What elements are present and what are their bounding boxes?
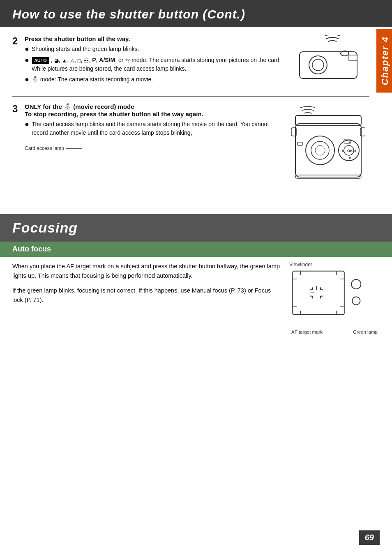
card-access-label: Card access lamp xyxy=(25,145,64,151)
chapter-label: Chapter 4 xyxy=(380,36,390,85)
svg-point-2 xyxy=(312,59,324,71)
step2-bullet2: ● AUTO , ◕, ▲, △, □, ☷, P, A/S/M, or ⁇ m… xyxy=(25,56,283,73)
svg-rect-22 xyxy=(293,271,344,315)
auto-focus-text: When you place the AF target mark on a s… xyxy=(12,262,289,305)
label-pointer-line xyxy=(66,148,82,149)
svg-rect-4 xyxy=(349,55,357,61)
step2-step3-divider xyxy=(12,96,369,97)
svg-rect-19 xyxy=(297,142,302,145)
step2-camera-svg xyxy=(291,35,365,85)
auto-focus-para1: When you place the AF target mark on a s… xyxy=(12,262,281,281)
svg-point-7 xyxy=(306,136,334,165)
svg-point-42 xyxy=(352,297,360,305)
step3-content: ONLY for the ⛄ (movie record) mode To st… xyxy=(25,103,287,151)
step3-image: OK ▲ ▼ ◄ ► xyxy=(287,103,369,185)
auto-focus-diagram: Viewfinder xyxy=(289,262,380,334)
auto-focus-para2: If the green lamp blinks, focusing is no… xyxy=(12,286,281,305)
auto-focus-bar: Auto focus xyxy=(0,242,392,257)
af-target-label: AF target mark xyxy=(291,329,323,334)
page-number: 69 xyxy=(359,530,380,545)
step2-title: Press the shutter button all the way. xyxy=(25,35,283,42)
chapter-tab: Chapter 4 xyxy=(376,29,392,92)
viewfinder-svg xyxy=(289,269,371,327)
green-lamp-label: Green lamp xyxy=(353,329,378,334)
step2-bullet1: ● Shooting starts and the green lamp bli… xyxy=(25,45,283,54)
auto-focus-title: Auto focus xyxy=(12,245,380,253)
focusing-title: Focusing xyxy=(12,220,380,236)
step3-section: 3 ONLY for the ⛄ (movie record) mode To … xyxy=(12,103,369,189)
diagram-labels: AF target mark Green lamp xyxy=(289,329,380,334)
svg-text:◄: ◄ xyxy=(341,149,344,153)
svg-text:►: ► xyxy=(354,149,357,153)
page-title: How to use the shutter button (Cont.) xyxy=(12,7,380,21)
svg-text:▼: ▼ xyxy=(348,156,352,160)
viewfinder-label: Viewfinder xyxy=(289,262,380,267)
svg-point-41 xyxy=(351,279,361,289)
svg-text:OK: OK xyxy=(347,149,353,153)
main-content: 2 Press the shutter button all the way. … xyxy=(0,27,392,202)
card-access-lamp-label-container: Card access lamp xyxy=(25,145,283,151)
step2-image xyxy=(287,35,369,85)
step3-number: 3 xyxy=(12,103,25,115)
step3-bullet1: ● The card access lamp blinks and the ca… xyxy=(25,120,283,137)
svg-rect-6 xyxy=(295,115,361,126)
focusing-gap xyxy=(0,202,392,214)
step3-title: ONLY for the ⛄ (movie record) mode To st… xyxy=(25,103,283,118)
svg-point-9 xyxy=(315,145,325,155)
svg-rect-0 xyxy=(300,52,357,78)
page-header: How to use the shutter button (Cont.) xyxy=(0,0,392,27)
auto-focus-content: When you place the AF target mark on a s… xyxy=(0,262,392,334)
svg-point-1 xyxy=(309,56,327,74)
step2-number: 2 xyxy=(12,35,25,47)
svg-point-8 xyxy=(311,141,329,159)
step2-content: Press the shutter button all the way. ● … xyxy=(25,35,287,86)
step2-section: 2 Press the shutter button all the way. … xyxy=(12,35,369,90)
step3-camera-svg: OK ▲ ▼ ◄ ► xyxy=(291,103,365,185)
focusing-header: Focusing xyxy=(0,214,392,242)
step2-bullet3: ● ⛄ mode: The camera starts recording a … xyxy=(25,75,283,84)
